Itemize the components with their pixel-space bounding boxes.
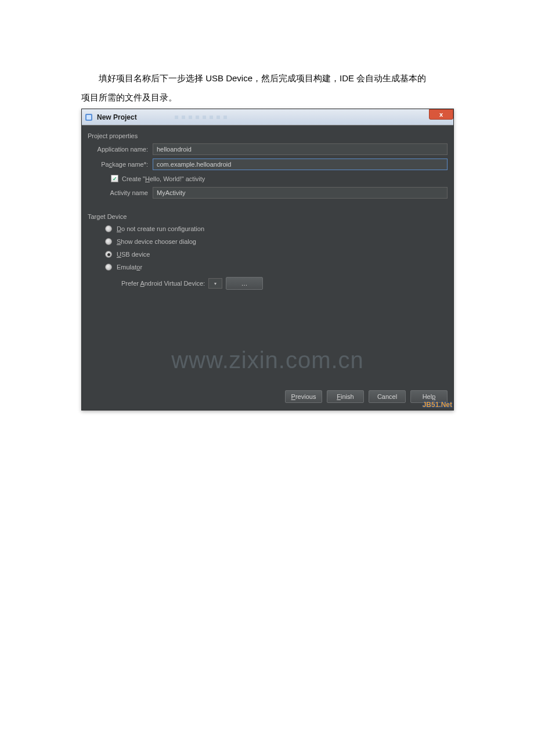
row-package-name: Package name*: bbox=[88, 157, 448, 172]
dialog-content: Project properties Application name: Pac… bbox=[82, 125, 453, 384]
previous-button[interactable]: Previous bbox=[285, 390, 322, 403]
close-button[interactable]: x bbox=[429, 109, 453, 120]
radio-label: Emulator bbox=[117, 264, 142, 271]
avd-combo[interactable]: ▾ bbox=[208, 278, 222, 289]
label-package-name: Package name*: bbox=[97, 161, 153, 168]
section-target-device: Target Device bbox=[88, 211, 448, 222]
cancel-button[interactable]: Cancel bbox=[369, 390, 406, 403]
close-icon: x bbox=[439, 111, 443, 118]
row-prefer-avd: Prefer Android Virtual Device: ▾ … bbox=[88, 273, 448, 293]
new-project-dialog: New Project x Project properties Applica… bbox=[81, 109, 454, 411]
input-activity-name[interactable] bbox=[153, 187, 448, 199]
titlebar[interactable]: New Project x bbox=[82, 109, 453, 125]
finish-button[interactable]: Finish bbox=[327, 390, 364, 403]
radio-emulator[interactable]: Emulator bbox=[88, 261, 448, 273]
window-title: New Project bbox=[97, 113, 137, 121]
section-project-properties: Project properties bbox=[88, 130, 448, 142]
radio-icon bbox=[105, 264, 112, 271]
row-activity-name: Activity name bbox=[88, 185, 448, 200]
watermark: www.zixin.com.cn bbox=[82, 347, 453, 373]
input-package-name[interactable] bbox=[153, 159, 448, 170]
doc-text-post: ，然后完成项目构建，IDE 会自动生成基本的 bbox=[252, 73, 426, 83]
radio-label: USB device bbox=[117, 251, 150, 258]
label-create-hello: Create "Hello, World!" activity bbox=[122, 175, 205, 182]
source-badge: JB51.Net bbox=[423, 401, 452, 409]
radio-icon bbox=[105, 238, 112, 245]
doc-text-pre: 填好项目名称后下一步选择 bbox=[99, 73, 205, 83]
titlebar-background-dots bbox=[175, 116, 227, 119]
label-activity-name: Activity name bbox=[97, 189, 153, 196]
doc-text-bold: USB Device bbox=[205, 73, 252, 83]
radio-icon bbox=[105, 225, 112, 232]
doc-text-line2: 项目所需的文件及目录。 bbox=[81, 92, 177, 102]
app-icon bbox=[84, 113, 93, 122]
radio-show-chooser[interactable]: Show device chooser dialog bbox=[88, 235, 448, 248]
avd-browse-button[interactable]: … bbox=[226, 277, 263, 290]
svg-rect-1 bbox=[86, 115, 91, 120]
radio-usb-device[interactable]: USB device bbox=[88, 248, 448, 261]
button-bar: Previous Finish Cancel Help bbox=[82, 384, 453, 410]
radio-label: Show device chooser dialog bbox=[117, 238, 196, 245]
checkbox-icon: ✓ bbox=[111, 175, 118, 182]
radio-icon bbox=[105, 251, 112, 258]
row-create-hello[interactable]: ✓ Create "Hello, World!" activity bbox=[88, 172, 448, 185]
radio-label: Do not create run configuration bbox=[117, 225, 204, 232]
radio-no-run-config[interactable]: Do not create run configuration bbox=[88, 222, 448, 235]
document-text: 填好项目名称后下一步选择 USB Device，然后完成项目构建，IDE 会自动… bbox=[81, 69, 464, 107]
row-app-name: Application name: bbox=[88, 142, 448, 157]
label-app-name: Application name: bbox=[97, 146, 153, 153]
label-prefer-avd: Prefer Android Virtual Device: bbox=[121, 280, 205, 287]
input-app-name[interactable] bbox=[153, 143, 448, 155]
